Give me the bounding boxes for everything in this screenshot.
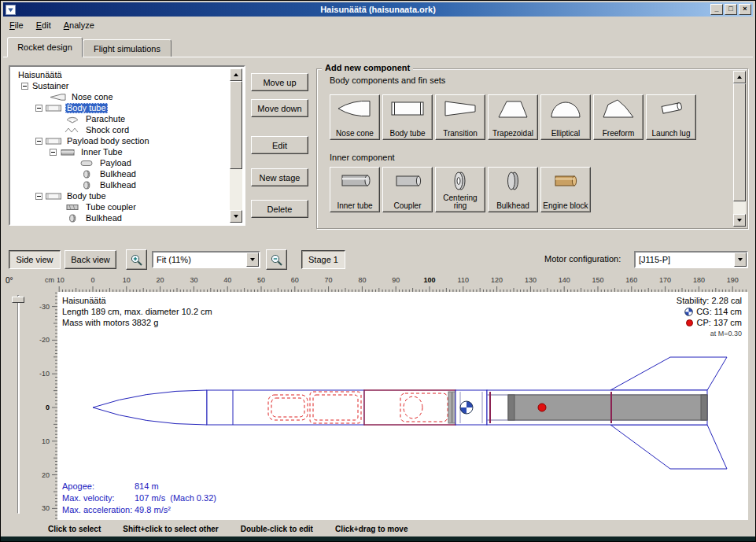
move-down-button[interactable]: Move down xyxy=(251,99,308,117)
tab-rocket-design[interactable]: Rocket design xyxy=(7,37,83,57)
inner-tube-icon xyxy=(59,148,76,157)
add-elliptical-fin-button[interactable]: Elliptical xyxy=(540,94,591,140)
cg-marker xyxy=(460,401,473,414)
inner-tube-icon xyxy=(337,170,373,192)
svg-text:170: 170 xyxy=(659,276,671,284)
back-view-button[interactable]: Back view xyxy=(65,250,116,269)
edit-button[interactable]: Edit xyxy=(251,136,308,154)
add-inner-tube-button[interactable]: Inner tube xyxy=(330,167,380,212)
minimize-icon[interactable]: _ xyxy=(710,4,723,15)
scroll-down-icon[interactable] xyxy=(733,214,746,227)
tree-item-shock-cord[interactable]: Shock cord xyxy=(12,124,230,135)
add-engine-block-button[interactable]: Engine block xyxy=(540,167,591,212)
add-nose-cone-button[interactable]: Nose cone xyxy=(330,94,380,140)
tree-item-bulkhead-2[interactable]: Bulkhead xyxy=(12,179,230,190)
tree-item-inner-tube[interactable]: Inner Tube xyxy=(12,146,230,157)
tree-item-payload[interactable]: Payload xyxy=(12,157,230,168)
body-tube-icon xyxy=(45,104,62,112)
rotation-value: 0° xyxy=(6,276,13,285)
tree-item-sustainer[interactable]: Sustainer xyxy=(12,80,230,91)
trapezoidal-fin-icon xyxy=(495,98,531,120)
add-launch-lug-button[interactable]: Launch lug xyxy=(646,94,696,140)
coupler-icon xyxy=(64,203,81,212)
payload-icon xyxy=(78,159,95,168)
add-freeform-fin-button[interactable]: Freeform xyxy=(593,94,644,140)
svg-text:0: 0 xyxy=(90,276,94,284)
transition-icon xyxy=(442,98,478,120)
add-bulkhead-button[interactable]: Bulkhead xyxy=(488,167,538,212)
tree-item-rocket[interactable]: Haisunäätä xyxy=(12,69,230,80)
menu-analyze[interactable]: Analyze xyxy=(57,18,101,32)
zoom-out-button[interactable] xyxy=(266,249,287,270)
delete-button[interactable]: Delete xyxy=(251,200,308,218)
tab-flight-simulations[interactable]: Flight simulations xyxy=(83,39,171,57)
scrollbar-thumb[interactable] xyxy=(230,81,242,169)
max-acceleration-value: 49.8 m/s² xyxy=(135,504,171,516)
titlebar[interactable]: Haisunäätä (haisunaata.ork) _ □ × xyxy=(3,2,753,17)
launch-lug-icon xyxy=(653,98,689,120)
maximize-icon[interactable]: □ xyxy=(725,4,737,15)
tree-item-nose-cone[interactable]: Nose cone xyxy=(12,91,230,102)
tree-item-bulkhead[interactable]: Bulkhead xyxy=(12,168,230,179)
add-centering-ring-button[interactable]: Centering ring xyxy=(435,167,485,212)
rocket-name: Haisunäätä xyxy=(62,295,212,306)
side-view-button[interactable]: Side view xyxy=(9,250,61,269)
scroll-down-icon[interactable] xyxy=(230,210,242,223)
centering-ring-icon xyxy=(442,170,478,192)
application-window: Haisunäätä (haisunaata.ork) _ □ × File E… xyxy=(0,0,756,542)
new-stage-button[interactable]: New stage xyxy=(251,168,308,186)
chevron-down-icon[interactable] xyxy=(246,253,259,267)
svg-text:30: 30 xyxy=(42,504,50,512)
svg-text:110: 110 xyxy=(458,276,469,284)
svg-text:40: 40 xyxy=(223,276,231,284)
collapse-icon[interactable] xyxy=(35,105,42,112)
zoom-out-icon xyxy=(270,253,283,267)
add-transition-button[interactable]: Transition xyxy=(435,94,485,140)
add-component-scrollbar[interactable] xyxy=(733,71,746,227)
tree-item-parachute[interactable]: Parachute xyxy=(12,113,230,124)
chevron-down-icon[interactable] xyxy=(734,253,747,267)
scrollbar-thumb[interactable] xyxy=(733,83,746,201)
tree-item-payload-body-section[interactable]: Payload body section xyxy=(12,135,230,146)
collapse-icon[interactable] xyxy=(35,138,42,145)
scroll-up-icon[interactable] xyxy=(733,71,746,83)
engine-block-icon xyxy=(548,170,584,192)
stability-info: Stability: 2.28 cal CG: 114 cm CP: 137 c… xyxy=(677,295,742,339)
max-velocity-label: Max. velocity: xyxy=(62,492,135,504)
svg-text:20: 20 xyxy=(157,276,164,284)
rotation-slider-thumb[interactable] xyxy=(12,297,24,303)
collapse-icon[interactable] xyxy=(21,83,28,90)
menu-edit[interactable]: Edit xyxy=(30,18,57,32)
bottom-strip xyxy=(1,536,755,542)
zoom-in-button[interactable] xyxy=(126,249,147,270)
app-icon xyxy=(6,5,16,15)
move-up-button[interactable]: Move up xyxy=(251,73,308,91)
stage-1-button[interactable]: Stage 1 xyxy=(301,250,345,269)
tree-scrollbar[interactable] xyxy=(230,68,242,223)
inner-component-label: Inner component xyxy=(330,153,395,162)
collapse-icon[interactable] xyxy=(35,193,42,200)
add-trapezoidal-fin-button[interactable]: Trapezoidal xyxy=(488,94,538,140)
motor-configuration-label: Motor configuration: xyxy=(544,254,621,264)
tree-item-body-tube-2[interactable]: Body tube xyxy=(12,190,230,201)
zoom-select[interactable]: Fit (11%) xyxy=(152,251,260,268)
tree-item-bulkhead-3[interactable]: Bulkhead xyxy=(12,212,230,223)
scroll-up-icon[interactable] xyxy=(230,68,242,81)
rocket-canvas[interactable]: Haisunäätä Length 189 cm, max. diameter … xyxy=(57,292,748,520)
statusbar: Click to select Shift+click to select ot… xyxy=(3,522,753,536)
add-coupler-button[interactable]: Coupler xyxy=(382,167,433,212)
svg-text:10: 10 xyxy=(123,276,131,284)
motor-configuration-select[interactable]: [J115-P] xyxy=(634,251,748,268)
collapse-icon[interactable] xyxy=(50,149,57,156)
tree-item-body-tube[interactable]: Body tube xyxy=(12,102,230,113)
svg-text:190: 190 xyxy=(727,276,739,284)
max-acceleration-label: Max. acceleration: xyxy=(62,504,135,516)
rocket-info: Haisunäätä Length 189 cm, max. diameter … xyxy=(62,295,212,328)
tree-item-tube-coupler[interactable]: Tube coupler xyxy=(12,201,230,212)
menu-file[interactable]: File xyxy=(3,18,30,32)
elliptical-fin-icon xyxy=(548,98,584,120)
close-icon[interactable]: × xyxy=(739,4,751,15)
add-body-tube-button[interactable]: Body tube xyxy=(382,94,433,140)
rotation-slider[interactable] xyxy=(17,295,20,514)
add-component-panel: Add new component Body components and fi… xyxy=(316,68,748,229)
